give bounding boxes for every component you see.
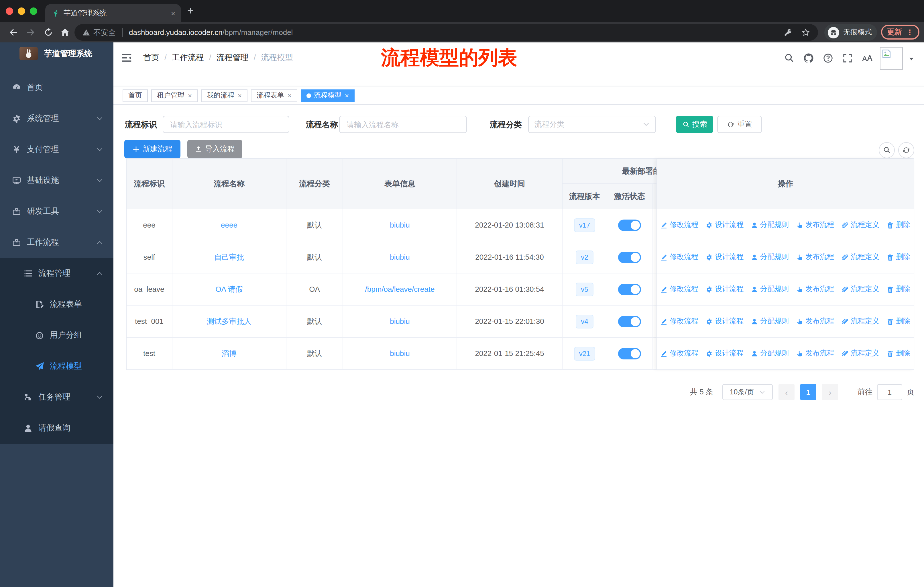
action-发布流程[interactable]: 发布流程 bbox=[796, 252, 834, 262]
action-分配规则[interactable]: 分配规则 bbox=[751, 220, 789, 230]
avatar[interactable] bbox=[880, 47, 903, 70]
action-发布流程[interactable]: 发布流程 bbox=[796, 220, 834, 230]
window-close-button[interactable] bbox=[6, 7, 13, 15]
avatar-caret-icon[interactable] bbox=[909, 56, 914, 62]
action-设计流程[interactable]: 设计流程 bbox=[706, 349, 744, 358]
action-发布流程[interactable]: 发布流程 bbox=[796, 349, 834, 358]
sidebar-item-任务管理[interactable]: 任务管理 bbox=[0, 382, 114, 413]
active-toggle[interactable] bbox=[618, 219, 641, 231]
sidebar-item-基础设施[interactable]: 基础设施 bbox=[0, 165, 114, 196]
cell-form-link[interactable]: /bpm/oa/leave/create bbox=[343, 273, 457, 305]
header-search-icon[interactable] bbox=[784, 53, 795, 64]
reset-button[interactable]: 重置 bbox=[717, 116, 762, 133]
action-修改流程[interactable]: 修改流程 bbox=[660, 349, 698, 358]
close-icon[interactable]: × bbox=[238, 91, 242, 99]
sidebar-item-流程模型[interactable]: 流程模型 bbox=[0, 351, 114, 382]
action-删除[interactable]: 删除 bbox=[887, 284, 910, 294]
refresh-table-button[interactable] bbox=[898, 142, 914, 158]
action-发布流程[interactable]: 发布流程 bbox=[796, 284, 834, 294]
prev-page-button[interactable]: ‹ bbox=[779, 384, 795, 400]
sidebar-item-请假查询[interactable]: 请假查询 bbox=[0, 413, 114, 444]
action-流程定义[interactable]: 流程定义 bbox=[842, 316, 879, 326]
action-流程定义[interactable]: 流程定义 bbox=[842, 252, 879, 262]
action-修改流程[interactable]: 修改流程 bbox=[660, 220, 698, 230]
menu-dots-icon[interactable]: ⋮ bbox=[906, 28, 913, 36]
browser-tab[interactable]: 芋道管理系统 × bbox=[45, 4, 181, 22]
action-设计流程[interactable]: 设计流程 bbox=[706, 252, 744, 262]
font-size-icon[interactable] bbox=[861, 53, 873, 64]
action-分配规则[interactable]: 分配规则 bbox=[751, 349, 789, 358]
active-toggle[interactable] bbox=[618, 316, 641, 327]
home-icon[interactable] bbox=[60, 28, 70, 37]
new-tab-button[interactable]: + bbox=[187, 5, 194, 17]
cell-form-link[interactable]: biubiu bbox=[343, 306, 457, 337]
action-设计流程[interactable]: 设计流程 bbox=[706, 284, 744, 294]
sidebar-item-流程管理[interactable]: 流程管理 bbox=[0, 258, 114, 289]
action-流程定义[interactable]: 流程定义 bbox=[842, 220, 879, 230]
cell-form-link[interactable]: biubiu bbox=[343, 337, 457, 369]
action-修改流程[interactable]: 修改流程 bbox=[660, 284, 698, 294]
active-toggle[interactable] bbox=[618, 251, 641, 263]
action-删除[interactable]: 删除 bbox=[887, 252, 910, 262]
toggle-search-button[interactable] bbox=[879, 142, 895, 158]
filter-name-input[interactable] bbox=[339, 116, 467, 133]
cell-form-link[interactable]: biubiu bbox=[343, 209, 457, 241]
cell-process-name-link[interactable]: 测试多审批人 bbox=[172, 306, 286, 337]
cell-process-name-link[interactable]: 滔博 bbox=[172, 337, 286, 369]
password-key-icon[interactable] bbox=[784, 28, 792, 37]
cell-form-link[interactable]: biubiu bbox=[343, 241, 457, 273]
active-toggle[interactable] bbox=[618, 283, 641, 295]
breadcrumb-item[interactable]: 流程管理 bbox=[216, 53, 249, 63]
tab-close-icon[interactable]: × bbox=[171, 9, 175, 18]
breadcrumb-item[interactable]: 工作流程 bbox=[172, 53, 204, 63]
close-icon[interactable]: × bbox=[188, 91, 192, 99]
action-设计流程[interactable]: 设计流程 bbox=[706, 316, 744, 326]
sidebar-item-研发工具[interactable]: 研发工具 bbox=[0, 196, 114, 227]
breadcrumb-item[interactable]: 首页 bbox=[143, 53, 159, 63]
action-分配规则[interactable]: 分配规则 bbox=[751, 252, 789, 262]
tab-首页[interactable]: 首页 bbox=[122, 89, 148, 102]
bookmark-star-icon[interactable] bbox=[802, 28, 810, 37]
reload-icon[interactable] bbox=[43, 28, 53, 37]
cell-process-name-link[interactable]: OA 请假 bbox=[172, 273, 286, 305]
active-toggle[interactable] bbox=[618, 348, 641, 359]
action-删除[interactable]: 删除 bbox=[887, 220, 910, 230]
action-流程定义[interactable]: 流程定义 bbox=[842, 284, 879, 294]
page-size-select[interactable]: 10条/页 bbox=[723, 384, 773, 400]
sidebar-item-系统管理[interactable]: 系统管理 bbox=[0, 103, 114, 134]
close-icon[interactable]: × bbox=[287, 91, 292, 99]
current-page-button[interactable]: 1 bbox=[800, 384, 816, 400]
help-icon[interactable] bbox=[823, 53, 833, 64]
sidebar-item-工作流程[interactable]: 工作流程 bbox=[0, 227, 114, 258]
sidebar-item-流程表单[interactable]: 流程表单 bbox=[0, 289, 114, 320]
sidebar-item-首页[interactable]: 首页 bbox=[0, 72, 114, 103]
create-process-button[interactable]: 新建流程 bbox=[124, 140, 180, 158]
close-icon[interactable]: × bbox=[345, 91, 349, 99]
tab-流程模型[interactable]: 流程模型× bbox=[301, 89, 355, 102]
action-流程定义[interactable]: 流程定义 bbox=[842, 349, 879, 358]
hamburger-icon[interactable] bbox=[121, 52, 132, 64]
action-分配规则[interactable]: 分配规则 bbox=[751, 316, 789, 326]
tab-我的流程[interactable]: 我的流程× bbox=[201, 89, 248, 102]
filter-category-select[interactable]: 流程分类 bbox=[528, 116, 656, 133]
github-icon[interactable] bbox=[803, 53, 814, 64]
cell-process-name-link[interactable]: 自己审批 bbox=[172, 241, 286, 273]
action-修改流程[interactable]: 修改流程 bbox=[660, 252, 698, 262]
fullscreen-icon[interactable] bbox=[842, 53, 853, 64]
address-bar[interactable]: 不安全 dashboard.yudao.iocoder.cn/bpm/manag… bbox=[74, 24, 818, 41]
tab-流程表单[interactable]: 流程表单× bbox=[251, 89, 297, 102]
action-设计流程[interactable]: 设计流程 bbox=[706, 220, 744, 230]
window-zoom-button[interactable] bbox=[30, 7, 37, 15]
action-发布流程[interactable]: 发布流程 bbox=[796, 316, 834, 326]
search-button[interactable]: 搜索 bbox=[676, 116, 713, 133]
action-分配规则[interactable]: 分配规则 bbox=[751, 284, 789, 294]
action-修改流程[interactable]: 修改流程 bbox=[660, 316, 698, 326]
action-删除[interactable]: 删除 bbox=[887, 349, 910, 358]
window-minimize-button[interactable] bbox=[18, 7, 25, 15]
filter-id-input[interactable] bbox=[163, 116, 289, 133]
next-page-button[interactable]: › bbox=[822, 384, 838, 400]
sidebar-item-用户分组[interactable]: 用户分组 bbox=[0, 320, 114, 351]
goto-page-input[interactable] bbox=[877, 384, 902, 400]
tab-租户管理[interactable]: 租户管理× bbox=[151, 89, 198, 102]
sidebar-item-支付管理[interactable]: 支付管理 bbox=[0, 134, 114, 165]
